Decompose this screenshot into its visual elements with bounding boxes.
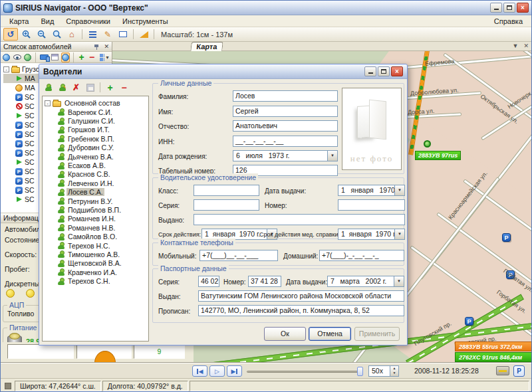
driver-item[interactable]: Романчев И.Н.	[45, 215, 148, 223]
tab-map[interactable]: Карта	[190, 42, 223, 51]
apply-button[interactable]: Применить	[354, 327, 400, 341]
timeline-slider-track[interactable]	[247, 371, 363, 373]
mobile-field[interactable]: +7(___)__-__-___	[200, 250, 278, 261]
zoom-window-button[interactable]	[49, 28, 64, 41]
passport-number-field[interactable]: 37 41 28	[248, 276, 281, 287]
zoom-in-button[interactable]	[19, 28, 33, 41]
license-issued-by-field[interactable]	[194, 214, 405, 225]
driver-item[interactable]: Тимошенко А.В.	[45, 250, 148, 258]
expander-icon[interactable]: -	[3, 66, 9, 72]
skip-start-button[interactable]: ◀	[192, 365, 207, 377]
remove-button[interactable]: −	[87, 52, 96, 62]
license-number-field[interactable]	[338, 199, 405, 211]
dialog-titlebar[interactable]: Водители ×	[39, 64, 407, 79]
parking-toggle-button[interactable]: P	[513, 365, 525, 377]
show-all-button[interactable]	[2, 52, 11, 62]
dialog-maximize-button[interactable]	[378, 66, 390, 76]
pin-icon[interactable]	[94, 44, 100, 50]
track-button[interactable]	[23, 52, 33, 62]
driver-item[interactable]: Петрунин В.У.	[45, 197, 148, 205]
birthdate-combo[interactable]: 6 июля 1973 г.▼	[233, 150, 338, 161]
menu-item[interactable]: Карта	[3, 16, 35, 27]
driver-item[interactable]: Дьяченко В.А.	[45, 152, 148, 161]
driver-item[interactable]: Самойлов В.О.	[45, 232, 148, 241]
vehicle-badge-green[interactable]: 2762ХС 91rus 846,4км	[455, 352, 532, 362]
combo-arrow-icon[interactable]: ▼	[394, 276, 404, 286]
add-item-button[interactable]: +	[104, 82, 116, 93]
passport-issued-by-field[interactable]: Ватутинским ГОМ Ленинского района Москов…	[198, 290, 404, 302]
drivers-group-row[interactable]: - Основной состав	[45, 98, 148, 108]
driver-item[interactable]: Горшков И.Т.	[45, 126, 148, 134]
add-driver-button[interactable]: +	[42, 82, 55, 93]
passport-series-field[interactable]: 46 02	[198, 276, 219, 287]
spinner-arrows-icon[interactable]: ▲▼	[390, 366, 398, 376]
add-button[interactable]: +	[77, 52, 86, 62]
play-button[interactable]: ▷	[209, 365, 225, 377]
inn-field[interactable]: __-__-__-__-__	[233, 136, 338, 147]
driver-item[interactable]: Подшиблов В.П.	[45, 205, 148, 214]
vehicle-marker[interactable]	[424, 140, 431, 147]
driver-item[interactable]: Варенюк С.И.	[45, 108, 148, 116]
passport-issue-combo[interactable]: 7 марта 2002 г.▼	[327, 276, 404, 287]
select-rect-button[interactable]	[116, 28, 130, 41]
remove-item-button[interactable]: −	[118, 82, 130, 93]
driver-item[interactable]: Терехов С.Н.	[45, 276, 148, 285]
license-series-field[interactable]	[194, 199, 259, 211]
vehicle-button[interactable]	[39, 52, 49, 62]
class-field[interactable]	[194, 185, 259, 196]
report-button[interactable]	[496, 366, 509, 375]
maximize-button[interactable]	[503, 3, 515, 13]
cancel-button[interactable]: Отмена	[309, 327, 351, 341]
driver-item[interactable]: Кравченко И.А.	[45, 268, 148, 276]
driver-item[interactable]: Романчев Н.В.	[45, 223, 148, 232]
dialog-close-button[interactable]: ×	[391, 66, 403, 76]
driver-item[interactable]: Щетковской В.А.	[45, 259, 148, 268]
panel-view-button[interactable]	[51, 52, 60, 62]
speed-spinner[interactable]: 50x▲▼	[368, 365, 399, 377]
combo-arrow-icon[interactable]: ▼	[394, 229, 404, 239]
list-button[interactable]	[85, 28, 100, 41]
driver-item[interactable]: Краснов С.В.	[45, 170, 148, 179]
delete-driver-button[interactable]: ✗	[70, 82, 82, 93]
driver-item[interactable]: Есаков А.В.	[45, 161, 148, 169]
expander-icon[interactable]: -	[45, 100, 51, 106]
home-phone-field[interactable]: +7(___)-_-__-__-_	[319, 250, 404, 261]
surname-field[interactable]: Лосев	[233, 90, 338, 102]
menu-item[interactable]: Инструменты	[116, 16, 174, 27]
address-field[interactable]: 142770, МО, Ленинский район, п. Коммунар…	[198, 305, 404, 316]
parking-marker[interactable]: P	[465, 317, 473, 326]
export-driver-button[interactable]: ➔	[56, 82, 68, 93]
ok-button[interactable]: Ок	[264, 327, 306, 341]
menu-item-help[interactable]: Справка	[488, 16, 529, 27]
panel-close-icon[interactable]: ✕	[523, 43, 529, 49]
med-valid-combo[interactable]: 1 января 1970 г.▼	[338, 229, 405, 240]
pan-tool-button[interactable]: ↺	[3, 28, 18, 41]
vehicle-plate-badge[interactable]: 2883УВ 97rus	[415, 151, 461, 160]
driver-item[interactable]: Терехов Н.С.	[45, 241, 148, 250]
name-field[interactable]: Сергей	[233, 106, 338, 117]
visibility-button[interactable]	[13, 52, 22, 62]
follow-button[interactable]	[61, 52, 70, 62]
driver-item[interactable]: Гребенюк В.П.	[45, 134, 148, 143]
save-driver-button[interactable]	[84, 82, 96, 93]
view-mode-button[interactable]: ▼	[99, 52, 110, 62]
full-extent-button[interactable]: ⌂	[65, 28, 79, 41]
measure-button[interactable]	[136, 28, 151, 41]
license-issue-combo[interactable]: 1 января 1970 г.▼	[338, 185, 405, 196]
panel-close-icon[interactable]: ✕	[104, 43, 109, 50]
vehicle-badge-orange[interactable]: 2883УВ 55rus 372,0км	[455, 342, 532, 351]
combo-arrow-icon[interactable]: ▼	[394, 185, 404, 195]
driver-item[interactable]: Левченко И.Н.	[45, 179, 148, 187]
patronymic-field[interactable]: Анатольевич	[233, 120, 338, 132]
timeline-slider-thumb[interactable]	[357, 367, 363, 376]
parking-marker[interactable]: P	[502, 233, 511, 242]
driver-item[interactable]: Дубровин С.У.	[45, 144, 148, 152]
menu-item[interactable]: Вид	[35, 16, 60, 27]
driver-item[interactable]: Лосев С.А.	[45, 188, 148, 197]
minimize-button[interactable]	[490, 3, 502, 13]
menu-item[interactable]: Справочники	[60, 16, 116, 27]
driver-item[interactable]: Галушкин С.И.	[45, 116, 148, 125]
zoom-out-button[interactable]	[34, 28, 49, 41]
dialog-minimize-button[interactable]	[364, 66, 376, 76]
edit-button[interactable]: ✎	[100, 28, 115, 41]
